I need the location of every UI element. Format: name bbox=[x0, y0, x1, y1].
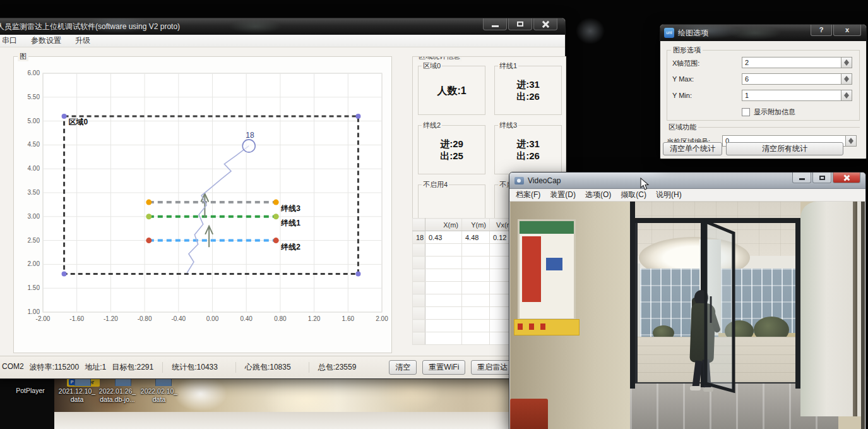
svg-text:绊线3: 绊线3 bbox=[280, 204, 300, 213]
folder-label[interactable]: 2021.12.10_ data bbox=[54, 387, 100, 404]
svg-text:区域0: 区域0 bbox=[69, 118, 88, 126]
y-min-input[interactable]: 1 bbox=[742, 90, 841, 101]
reset-wifi-button[interactable]: 重置WiFi bbox=[422, 360, 465, 375]
videocap-menubar: 档案(F) 装置(D) 选项(O) 撷取(C) 说明(H) bbox=[509, 189, 865, 202]
clear-all-stats-button[interactable]: 清空所有统计 bbox=[726, 142, 843, 155]
minimize-icon bbox=[799, 178, 805, 180]
x-range-spinner[interactable] bbox=[841, 57, 852, 68]
svg-text:0.40: 0.40 bbox=[240, 315, 253, 322]
maximize-button[interactable] bbox=[508, 18, 532, 30]
svg-text:2.00: 2.00 bbox=[376, 315, 388, 322]
close-icon bbox=[542, 20, 549, 28]
menu-serial-port[interactable]: 串口 bbox=[2, 35, 17, 46]
x-range-input[interactable]: 2 bbox=[742, 57, 841, 68]
svg-text:2.00: 2.00 bbox=[28, 260, 40, 267]
minimize-button[interactable] bbox=[483, 18, 507, 30]
col-y: Y(m) bbox=[462, 219, 490, 231]
wallpaper-lower bbox=[54, 412, 511, 429]
svg-text:绊线1: 绊线1 bbox=[280, 219, 300, 227]
tripline3-out-count: 出:26 bbox=[516, 150, 540, 162]
videocap-maximize-button[interactable] bbox=[812, 172, 831, 183]
restart-radar-button[interactable]: 重启雷达 bbox=[471, 360, 514, 375]
videocap-close-button[interactable] bbox=[833, 172, 860, 183]
svg-text:4.00: 4.00 bbox=[28, 165, 40, 172]
svg-text:2.50: 2.50 bbox=[28, 237, 40, 244]
camera-video-feed bbox=[510, 202, 865, 429]
potplayer-icon-label[interactable]: PotPlayer bbox=[3, 387, 57, 395]
folder-label[interactable]: 2022.02.10_ data bbox=[136, 387, 182, 404]
radar-titlebar[interactable]: 人员监测雷达上位机调试软件(software using V2 proto) bbox=[0, 18, 565, 35]
clear-single-stat-button[interactable]: 清空单个统计 bbox=[663, 142, 722, 155]
y-max-spinner[interactable] bbox=[841, 73, 852, 85]
stat-box-tripline3: 绊线3 进:31 出:26 bbox=[494, 125, 562, 174]
videocap-app-icon bbox=[514, 177, 524, 184]
y-min-label: Y Min: bbox=[672, 92, 692, 99]
status-address: 地址:1 bbox=[85, 362, 106, 373]
help-button[interactable]: ? bbox=[811, 25, 832, 36]
show-extra-info-checkbox[interactable] bbox=[742, 108, 750, 116]
row-id: 18 bbox=[413, 231, 425, 244]
tripline1-out-count: 出:26 bbox=[516, 90, 540, 102]
svg-text:5.50: 5.50 bbox=[28, 94, 40, 100]
svg-text:5.00: 5.00 bbox=[28, 118, 40, 124]
tripline2-in-count: 进:29 bbox=[440, 138, 463, 150]
stat-box-zone0: 区域0 人数:1 bbox=[418, 66, 485, 115]
videocap-title: VideoCap bbox=[528, 176, 561, 185]
status-com-port: COM2 bbox=[2, 362, 24, 373]
svg-text:3.00: 3.00 bbox=[28, 213, 40, 220]
tripline3-in-count: 进:31 bbox=[516, 138, 540, 150]
maximize-icon bbox=[517, 21, 523, 27]
y-max-input[interactable]: 6 bbox=[742, 73, 841, 85]
vc-menu-options[interactable]: 选项(O) bbox=[585, 190, 611, 200]
vc-menu-help[interactable]: 说明(H) bbox=[656, 190, 682, 200]
radar-menubar: 串口 参数设置 升级 bbox=[0, 35, 565, 47]
radar-window-title: 人员监测雷达上位机调试软件(software using V2 proto) bbox=[0, 18, 180, 35]
current-region-spinner[interactable] bbox=[846, 135, 857, 147]
stat-box-tripline2: 绊线2 进:29 出:25 bbox=[418, 125, 485, 174]
tripline2-out-count: 出:25 bbox=[440, 150, 463, 162]
svg-text:-2.00: -2.00 bbox=[36, 315, 51, 322]
menu-upgrade[interactable]: 升级 bbox=[75, 35, 90, 46]
dialog-close-button[interactable]: x bbox=[833, 25, 861, 36]
svg-text:1.20: 1.20 bbox=[308, 315, 321, 322]
radar-plot[interactable]: -2.00-1.60-1.20-0.80-0.400.000.400.801.2… bbox=[19, 64, 388, 332]
y-min-spinner[interactable] bbox=[841, 90, 852, 101]
svg-text:0.00: 0.00 bbox=[206, 315, 219, 322]
vc-menu-file[interactable]: 档案(F) bbox=[516, 190, 540, 200]
svg-text:4.50: 4.50 bbox=[28, 141, 40, 148]
vc-menu-device[interactable]: 装置(D) bbox=[550, 190, 576, 200]
svg-text:6.00: 6.00 bbox=[28, 69, 40, 76]
status-heartbeat-packets: 心跳包:10835 bbox=[235, 362, 300, 373]
videocap-titlebar[interactable]: VideoCap bbox=[509, 172, 865, 189]
close-button[interactable] bbox=[533, 18, 557, 30]
status-total-packets: 总包:23559 bbox=[309, 362, 366, 373]
blurred-desktop-icon bbox=[576, 18, 605, 44]
svg-text:-1.20: -1.20 bbox=[104, 315, 118, 322]
menu-parameter-settings[interactable]: 参数设置 bbox=[31, 35, 61, 46]
col-x: X(m) bbox=[425, 219, 462, 231]
svg-text:-0.80: -0.80 bbox=[138, 315, 152, 322]
dialog-title: 绘图选项 bbox=[678, 25, 708, 41]
y-max-label: Y Max: bbox=[672, 75, 694, 83]
svg-text:-0.40: -0.40 bbox=[171, 315, 186, 322]
tripline1-in-count: 进:31 bbox=[516, 78, 540, 90]
status-stat-packets: 统计包:10433 bbox=[162, 362, 227, 373]
svg-text:0.80: 0.80 bbox=[274, 315, 287, 322]
clear-button[interactable]: 清空 bbox=[389, 360, 417, 375]
statusbar: COM2 波特率:115200 地址:1 目标包:2291 统计包:10433 … bbox=[0, 356, 565, 378]
show-extra-info-label: 显示附加信息 bbox=[754, 107, 795, 117]
stat-box-disabled4: 不启用4 bbox=[418, 184, 485, 219]
dialog-app-icon: uni bbox=[664, 28, 674, 38]
minimize-icon bbox=[492, 25, 499, 27]
svg-text:18: 18 bbox=[246, 131, 254, 140]
dialog-titlebar[interactable]: uni 绘图选项 ? x bbox=[660, 25, 866, 41]
mouse-cursor bbox=[640, 178, 650, 191]
close-icon bbox=[843, 174, 850, 181]
svg-text:1.00: 1.00 bbox=[28, 308, 40, 315]
videocap-minimize-button[interactable] bbox=[792, 172, 811, 183]
status-target-packets: 目标包:2291 bbox=[112, 362, 153, 373]
svg-text:3.50: 3.50 bbox=[28, 189, 40, 196]
graphics-options-group: 图形选项 X轴范围: 2 Y Max: 6 Y Min: 1 显示附加信息 bbox=[667, 50, 860, 121]
folder-label[interactable]: 2022.01.26_ data.db-jo... bbox=[94, 387, 141, 404]
screen: P Player PotPlayer 2021.12.10_ data 2022… bbox=[0, 0, 868, 429]
